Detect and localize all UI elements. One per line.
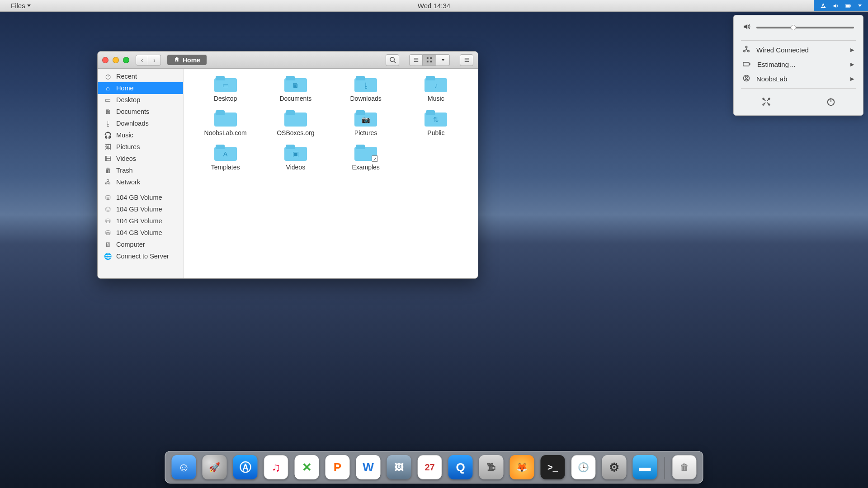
- close-button[interactable]: [102, 57, 108, 63]
- home-icon: [174, 56, 180, 64]
- sidebar-item-trash[interactable]: 🗑Trash: [98, 164, 183, 176]
- settings-action-icon[interactable]: [761, 97, 771, 109]
- dock-trash[interactable]: 🗑: [672, 455, 697, 479]
- folder-public[interactable]: ⇅Public: [403, 110, 469, 136]
- sidebar-item-104-gb-volume[interactable]: ⛁104 GB Volume: [98, 192, 183, 203]
- maximize-button[interactable]: [123, 57, 129, 63]
- folder-videos[interactable]: ▣Videos: [263, 145, 328, 171]
- dock-app-p[interactable]: P: [326, 455, 350, 479]
- grid-view-button[interactable]: [423, 54, 436, 66]
- popup-row-wired-connected[interactable]: Wired Connected▶: [734, 42, 863, 57]
- launchpad-icon: 🚀: [209, 462, 220, 473]
- network-tray-icon[interactable]: [820, 3, 826, 9]
- dock-calendar[interactable]: 27: [418, 455, 442, 479]
- view-dropdown-button[interactable]: [436, 54, 450, 66]
- svg-rect-4: [850, 5, 851, 6]
- path-breadcrumb[interactable]: Home: [167, 55, 207, 65]
- dock-app-x[interactable]: ✕: [295, 455, 319, 479]
- popup-row-estimating-[interactable]: Estimating…▶: [734, 57, 863, 71]
- sidebar-item-icon: ⛁: [104, 217, 112, 225]
- sidebar-item-icon: 🖧: [104, 178, 112, 186]
- list-view-button[interactable]: [409, 54, 423, 66]
- dock-app-w[interactable]: W: [356, 455, 381, 479]
- finder-icon: ☺: [178, 460, 190, 474]
- nav-forward-button[interactable]: ›: [148, 55, 161, 66]
- sidebar-item-label: Network: [116, 178, 140, 186]
- folder-examples[interactable]: ↗Examples: [333, 145, 399, 171]
- sidebar-item-videos[interactable]: 🎞Videos: [98, 153, 183, 164]
- sidebar-item-music[interactable]: 🎧Music: [98, 129, 183, 141]
- sidebar-item-104-gb-volume[interactable]: ⛁104 GB Volume: [98, 203, 183, 215]
- popup-row-label: Estimating…: [757, 61, 796, 68]
- tray-caret-icon[interactable]: [858, 5, 862, 7]
- sidebar-item-recent[interactable]: ◷Recent: [98, 70, 183, 82]
- sidebar-item-computer[interactable]: 🖥Computer: [98, 239, 183, 250]
- folder-icon: 🗎: [284, 76, 307, 92]
- folder-pictures[interactable]: 📷Pictures: [333, 110, 399, 136]
- sidebar-item-icon: 🎞: [104, 155, 112, 162]
- sidebar-item-connect-to-server[interactable]: 🌐Connect to Server: [98, 250, 183, 262]
- power-action-icon[interactable]: [826, 97, 836, 109]
- volume-slider[interactable]: [756, 27, 854, 28]
- itunes-icon: ♫: [272, 460, 281, 474]
- folder-documents[interactable]: 🗎Documents: [263, 76, 328, 102]
- sidebar-item-icon: ◷: [104, 73, 112, 80]
- folder-music[interactable]: ♪Music: [403, 76, 469, 102]
- sidebar-item-network[interactable]: 🖧Network: [98, 176, 183, 188]
- volume-slider-thumb[interactable]: [791, 25, 796, 30]
- folder-icon: ⇅: [425, 110, 447, 127]
- sidebar-item-downloads[interactable]: ⭳Downloads: [98, 117, 183, 129]
- sidebar-item-home[interactable]: ⌂Home: [98, 82, 183, 94]
- battery-tray-icon[interactable]: [845, 3, 852, 9]
- app-menu[interactable]: Files: [8, 2, 33, 9]
- dock-appstore[interactable]: Ⓐ: [233, 455, 258, 479]
- folder-templates[interactable]: ATemplates: [193, 145, 258, 171]
- sidebar-item-label: Computer: [116, 241, 145, 248]
- sidebar-item-104-gb-volume[interactable]: ⛁104 GB Volume: [98, 215, 183, 227]
- sidebar-item-label: Documents: [116, 108, 149, 115]
- sidebar: ◷Recent⌂Home▭Desktop🗎Documents⭳Downloads…: [98, 69, 184, 278]
- popup-row-noobslab[interactable]: NoobsLab▶: [734, 71, 863, 86]
- search-button[interactable]: [386, 54, 399, 66]
- dock-photos[interactable]: 🖼: [387, 455, 411, 479]
- folder-desktop[interactable]: ▭Desktop: [193, 76, 258, 102]
- svg-rect-9: [743, 62, 749, 66]
- system-tray[interactable]: [814, 0, 868, 11]
- dock-quicktime[interactable]: Q: [448, 455, 473, 479]
- calendar-icon: 27: [425, 462, 434, 473]
- dock-terminal[interactable]: >_: [541, 455, 565, 479]
- hamburger-menu-button[interactable]: [460, 54, 473, 66]
- sidebar-item-label: Home: [116, 84, 134, 92]
- nav-back-button[interactable]: ‹: [136, 55, 148, 66]
- dock-launchpad[interactable]: 🚀: [203, 455, 227, 479]
- menubar-clock[interactable]: Wed 14:34: [418, 2, 450, 9]
- sidebar-item-documents[interactable]: 🗎Documents: [98, 106, 183, 117]
- sidebar-item-desktop[interactable]: ▭Desktop: [98, 94, 183, 106]
- folder-noobslab-com[interactable]: NoobsLab.com: [193, 110, 258, 136]
- dock-display[interactable]: ▬: [633, 455, 657, 479]
- folder-icon: ⭳: [354, 76, 377, 92]
- folder-downloads[interactable]: ⭳Downloads: [333, 76, 399, 102]
- sidebar-item-pictures[interactable]: 🖼Pictures: [98, 141, 183, 153]
- folder-osboxes-org[interactable]: OSBoxes.org: [263, 110, 328, 136]
- folder-icon: ♪: [425, 76, 447, 92]
- breadcrumb-label: Home: [183, 56, 200, 64]
- dock-clock[interactable]: 🕒: [571, 455, 596, 479]
- archive-icon: 🗜: [487, 462, 496, 473]
- svg-rect-20: [430, 57, 432, 59]
- volume-tray-icon[interactable]: [833, 3, 839, 9]
- sidebar-item-104-gb-volume[interactable]: ⛁104 GB Volume: [98, 227, 183, 239]
- dock-finder[interactable]: ☺: [172, 455, 196, 479]
- dock-archive[interactable]: 🗜: [479, 455, 504, 479]
- folder-icon: 📷: [354, 110, 377, 127]
- dock-settings[interactable]: ⚙: [602, 455, 627, 479]
- folder-label: Documents: [279, 95, 311, 102]
- folder-icon: A: [214, 145, 237, 161]
- content-area[interactable]: ▭Desktop🗎Documents⭳Downloads♪MusicNoobsL…: [184, 69, 478, 278]
- titlebar[interactable]: ‹ › Home: [98, 52, 478, 69]
- dock: ☺🚀Ⓐ♫✕PW🖼27Q🗜🦊>_🕒⚙▬🗑: [165, 451, 703, 483]
- app-w-icon: W: [363, 460, 374, 474]
- dock-firefox[interactable]: 🦊: [510, 455, 534, 479]
- minimize-button[interactable]: [113, 57, 119, 63]
- dock-itunes[interactable]: ♫: [264, 455, 288, 479]
